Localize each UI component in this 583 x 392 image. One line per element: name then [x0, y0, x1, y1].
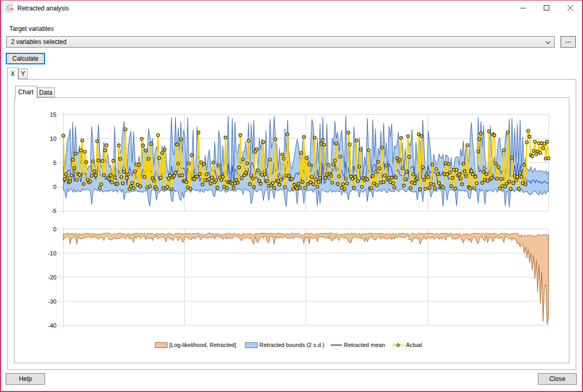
svg-text:-30: -30: [48, 298, 57, 305]
svg-text:Retracted mean: Retracted mean: [344, 342, 385, 348]
svg-text:15: 15: [50, 111, 57, 118]
svg-text:10: 10: [50, 136, 57, 142]
svg-text:0: 0: [53, 184, 57, 190]
svg-text:0: 0: [53, 226, 57, 232]
svg-text:[Log-likelihood, Retracted]: [Log-likelihood, Retracted]: [170, 342, 237, 348]
svg-text:Retracted bounds (2 s.d.): Retracted bounds (2 s.d.): [260, 342, 324, 348]
svg-text:-40: -40: [48, 322, 57, 329]
svg-text:-5: -5: [51, 208, 57, 214]
svg-text:5: 5: [53, 160, 57, 166]
svg-text:Actual: Actual: [406, 342, 422, 348]
svg-text:-10: -10: [48, 250, 57, 256]
svg-text:-20: -20: [48, 274, 57, 281]
